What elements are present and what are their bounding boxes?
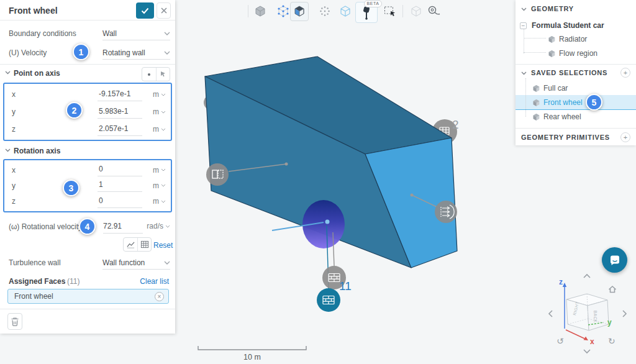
unit-select[interactable]: m [142, 90, 166, 99]
pick-point-button[interactable] [156, 68, 170, 81]
tree-root-row[interactable]: − Formula Student car [516, 19, 636, 32]
axis-label: x [12, 166, 98, 175]
rotate-right-chevron[interactable] [623, 311, 626, 317]
assigned-face-chip[interactable]: Front wheel × [7, 289, 169, 304]
geometry-header[interactable]: GEOMETRY [516, 2, 636, 15]
axis-label: y [12, 107, 98, 116]
chevron-down-icon [164, 261, 170, 265]
vertices-cloud-icon[interactable] [318, 4, 332, 18]
chevron-down-icon [161, 184, 166, 187]
face-count-label-outlet: 2 [452, 118, 459, 132]
unit-select[interactable]: m [142, 181, 166, 190]
chevron-down-icon [161, 93, 166, 96]
unit-select[interactable]: m [142, 125, 166, 134]
remove-chip-icon[interactable]: × [155, 292, 164, 301]
trash-icon [11, 317, 19, 327]
z-axis-label: z [559, 278, 563, 286]
rotation-x-row: x 0 m [12, 162, 166, 178]
chat-support-button[interactable] [602, 247, 627, 273]
home-view-icon[interactable] [609, 286, 616, 293]
cube-face-icon [293, 4, 306, 18]
point-y-input[interactable]: 5.983e-1 [98, 106, 142, 119]
axis-label: z [12, 197, 98, 206]
reset-link[interactable]: Reset [153, 241, 173, 250]
close-button[interactable] [157, 2, 171, 19]
point-x-input[interactable]: -9.157e-1 [98, 88, 142, 101]
rotation-axis-group: x 0 m y 1 m z 0 m [3, 159, 172, 212]
callout-5: 5 [586, 94, 602, 111]
saved-item-full-car[interactable]: Full car [516, 81, 636, 95]
table-icon [140, 240, 149, 248]
assigned-faces-count: (11) [67, 277, 80, 286]
point-z-input[interactable]: 2.057e-1 [98, 123, 142, 136]
clear-list-link[interactable]: Clear list [140, 277, 169, 286]
point-x-row: x -9.157e-1 m [12, 86, 166, 103]
rotate-left-chevron[interactable] [549, 311, 552, 317]
rotation-y-input[interactable]: 1 [98, 179, 142, 192]
saved-item-front-wheel[interactable]: Front wheel [516, 96, 636, 109]
velocity-type-select[interactable]: Rotating wall [102, 46, 170, 60]
rotate-down-chevron[interactable] [584, 350, 590, 353]
rotation-z-row: z 0 m [12, 194, 166, 209]
rotation-z-input[interactable]: 0 [98, 195, 142, 208]
wall-faces-badge-selected[interactable] [317, 288, 340, 312]
unit-select[interactable]: m [142, 197, 166, 206]
chevron-down-icon [165, 225, 170, 228]
beta-badge: BETA [364, 0, 382, 7]
table-input-button[interactable] [137, 238, 151, 251]
field-label: Turbulence wall [9, 258, 61, 267]
cube-solid-icon[interactable] [253, 4, 267, 18]
delete-button[interactable] [7, 313, 22, 330]
cube-faded-icon[interactable] [409, 4, 423, 18]
axis-point-marker [325, 220, 330, 224]
rotational-velocity-input[interactable]: 72.91 [103, 220, 143, 234]
chart-input-button[interactable] [124, 238, 137, 251]
axis-label: x [12, 90, 98, 99]
solid-cube-icon [532, 84, 540, 93]
close-icon [161, 7, 167, 14]
unit-select[interactable]: m [142, 166, 166, 175]
axis-label: z [12, 125, 98, 134]
rotate-up-chevron[interactable] [584, 275, 590, 278]
assigned-faces-row: Assigned Faces (11) Clear list [0, 273, 175, 289]
saved-selections-header[interactable]: SAVED SELECTIONS + [516, 66, 636, 79]
rotate-ccw-icon[interactable]: ↺ [556, 336, 564, 346]
collapse-chevron-icon[interactable] [5, 71, 11, 75]
tree-item-radiator[interactable]: Radiator [516, 32, 636, 46]
cube-wireframe-icon[interactable] [338, 4, 352, 18]
geometry-primitives-header[interactable]: GEOMETRY PRIMITIVES + [516, 131, 636, 143]
toolbar-separator [402, 5, 403, 17]
rotate-cw-icon[interactable]: ↻ [608, 336, 616, 346]
chevron-down-icon [164, 32, 170, 35]
value-input-mode-buttons [123, 237, 152, 252]
select-faces-mode-button[interactable] [290, 2, 309, 21]
cube-vertices-icon[interactable] [276, 4, 290, 18]
apply-button[interactable] [136, 2, 154, 19]
divider [0, 309, 175, 309]
orientation-cube[interactable]: RIGHT BACK [566, 294, 609, 330]
solid-cube-icon [548, 50, 556, 58]
point-pick-buttons [142, 67, 170, 81]
point-z-row: z 2.057e-1 m [12, 121, 166, 138]
boundary-conditions-select[interactable]: Wall [102, 27, 170, 40]
cube-back-label: BACK [593, 311, 597, 323]
add-primitive-button[interactable]: + [620, 132, 630, 142]
collapse-toggle[interactable]: − [520, 22, 527, 29]
solid-cube-icon [548, 35, 556, 43]
saved-item-rear-wheel[interactable]: Rear wheel [516, 110, 636, 124]
unit-select[interactable]: m [142, 107, 166, 116]
check-icon [141, 7, 149, 14]
velocity-outlet-badge[interactable] [435, 201, 457, 223]
tree-item-flow-region[interactable]: Flow region [516, 47, 636, 60]
symmetry-face-badge[interactable] [206, 163, 229, 186]
add-selection-button[interactable]: + [620, 68, 630, 78]
collapse-chevron-icon[interactable] [5, 148, 11, 152]
measure-tape-icon[interactable] [427, 4, 440, 18]
chevron-down-icon [161, 111, 166, 114]
unit-select[interactable]: rad/s [147, 222, 170, 230]
y-axis-label: y [607, 318, 612, 327]
point-coordinates-button[interactable] [142, 68, 156, 81]
turbulence-wall-select[interactable]: Wall function [102, 256, 170, 270]
rotation-x-input[interactable]: 0 [98, 163, 142, 176]
marquee-select-icon[interactable] [383, 4, 397, 18]
